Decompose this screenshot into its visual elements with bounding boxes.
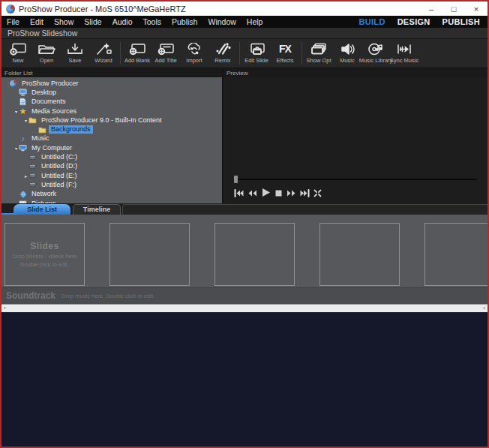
skip-start-button[interactable] [234,187,244,200]
network-globe-icon [19,191,27,198]
menu-show[interactable]: Show [49,17,79,26]
tree-expander-icon[interactable]: ▸ [23,173,28,179]
tree-item-music[interactable]: ♪Music [2,134,222,143]
tree-item-my-computer[interactable]: ▾My Computer [2,143,222,152]
slide-placeholder[interactable] [320,223,400,286]
tree-item-label: Untitled (E:) [39,172,80,180]
slides-placeholder-title: Slides [30,241,58,251]
mode-design[interactable]: DESIGN [398,17,430,26]
menu-file[interactable]: File [2,17,25,26]
toolbar-music-button[interactable]: Music [333,39,362,68]
toolbar-button-label: Edit Slide [244,57,268,64]
scroll-left-icon[interactable]: ‹ [4,305,6,311]
toolbar-save-button[interactable]: Save [61,39,89,68]
show-options-icon [310,41,328,56]
slide-placeholder[interactable]: SlidesDrop photos / videos hereDouble cl… [4,223,85,286]
toolbar-music-library-button[interactable]: Music Library [362,39,390,68]
main-toolbar: NewOpenSaveWizardAdd BlankAdd TitleImpor… [2,39,488,68]
tree-item-network[interactable]: Network [2,190,222,199]
toolbar-show-opt-button[interactable]: Show Opt [304,39,333,68]
rewind-button[interactable] [248,187,257,200]
folder-tree: ProShow ProducerDesktopDocuments▾★Media … [2,77,222,217]
menu-edit[interactable]: Edit [25,17,49,26]
app-logo-icon [6,5,15,14]
tree-item-media-sources[interactable]: ▾★Media Sources [2,107,222,116]
tree-expander-icon[interactable]: ▾ [14,146,19,151]
tree-item-label: Network [29,190,58,198]
tab-timeline[interactable]: Timeline [73,204,121,215]
playback-controls [224,184,488,203]
menu-publish[interactable]: Publish [166,17,202,26]
menu-help[interactable]: Help [242,17,268,26]
mode-build[interactable]: BUILD [359,17,386,26]
toolbar-separator [239,42,240,65]
seek-handle[interactable] [234,176,238,183]
preview-header: Preview [224,68,488,77]
tree-item-untitled-e[interactable]: ▸Untitled (E:) [2,171,222,180]
mode-publish[interactable]: PUBLISH [442,17,480,26]
tree-item-desktop[interactable]: Desktop [2,88,222,97]
window-bottom-edge [2,312,488,447]
preview-panel: Preview [224,68,488,203]
skip-end-button[interactable] [300,187,310,200]
music-library-disc-icon [367,41,385,56]
toolbar-button-label: Show Opt [307,57,332,64]
toolbar-add-blank-button[interactable]: Add Blank [123,39,152,68]
toolbar-button-label: Sync Music [390,57,418,64]
slide-list-area[interactable]: SlidesDrop photos / videos hereDouble cl… [2,215,488,287]
toolbar-separator [302,42,302,65]
stop-button[interactable] [274,187,283,200]
toolbar-sync-music-button[interactable]: Sync Music [390,39,418,68]
tree-item-untitled-f[interactable]: Untitled (F:) [2,180,222,189]
tree-item-backgrounds[interactable]: Backgrounds [2,125,222,134]
fast-forward-button[interactable] [286,187,296,200]
minimize-button[interactable]: – [420,2,442,16]
menu-window[interactable]: Window [202,17,241,26]
menu-slide[interactable]: Slide [79,17,106,26]
soundtrack-bar[interactable]: Soundtrack Drop music here. Double click… [2,287,488,304]
slide-placeholder[interactable] [424,223,488,286]
toolbar-effects-button[interactable]: FXEffects [271,39,299,68]
seek-track[interactable] [234,179,477,180]
drive-icon [28,172,37,179]
tree-item-label: ProShow Producer 9.0 - Built-In Content [39,116,164,125]
tab-slide-list[interactable]: Slide List [14,204,70,215]
tree-item-untitled-c[interactable]: Untitled (C:) [2,152,222,161]
toolbar-new-button[interactable]: New [4,39,32,68]
tree-item-label: Music [29,134,52,143]
tree-item-label: Untitled (F:) [39,181,79,189]
tree-expander-icon[interactable]: ▾ [23,118,28,123]
toolbar-wizard-button[interactable]: Wizard [89,39,118,68]
window-title: ProShow Producer - MoS 6510^MeGaHeRTZ [19,5,186,14]
toolbar-edit-slide-button[interactable]: Edit Slide [242,39,271,68]
tree-item-label: Documents [29,98,68,106]
title-bar: ProShow Producer - MoS 6510^MeGaHeRTZ – … [2,2,488,16]
tree-item-documents[interactable]: Documents [2,98,222,107]
workspace-tabs: Slide List Timeline [2,203,488,215]
tree-item-untitled-d[interactable]: Untitled (D:) [2,162,222,171]
tree-item-label: Media Sources [29,107,79,116]
menu-audio[interactable]: Audio [107,17,138,26]
toolbar-button-label: Music Library [359,57,393,64]
toolbar-import-button[interactable]: Import [180,39,208,68]
tree-item-label: Desktop [29,89,58,97]
tree-item-proshow-producer[interactable]: ProShow Producer [2,79,222,88]
maximize-button[interactable]: □ [442,2,465,16]
slide-placeholder[interactable] [214,223,295,286]
toolbar-add-title-button[interactable]: Add Title [152,39,180,68]
toolbar-button-label: Add Title [154,57,176,64]
tree-expander-icon[interactable]: ▾ [14,109,19,114]
close-button[interactable]: × [465,2,488,16]
fx-effects-icon: FX [279,41,291,56]
slide-placeholder[interactable] [110,223,190,286]
tree-item-proshow-producer-9-0-built-in-content[interactable]: ▾ProShow Producer 9.0 - Built-In Content [2,116,222,125]
toolbar-remix-button[interactable]: Remix [208,39,237,68]
slides-placeholder-hint-1: Drop photos / videos here [13,253,77,260]
toolbar-open-button[interactable]: Open [32,39,61,68]
scroll-right-icon[interactable]: › [483,305,485,311]
play-button[interactable] [261,187,271,200]
fullscreen-button[interactable] [314,187,322,200]
seek-bar[interactable] [234,173,477,184]
menu-tools[interactable]: Tools [138,17,167,26]
horizontal-scrollbar[interactable]: ‹ › [2,304,488,312]
